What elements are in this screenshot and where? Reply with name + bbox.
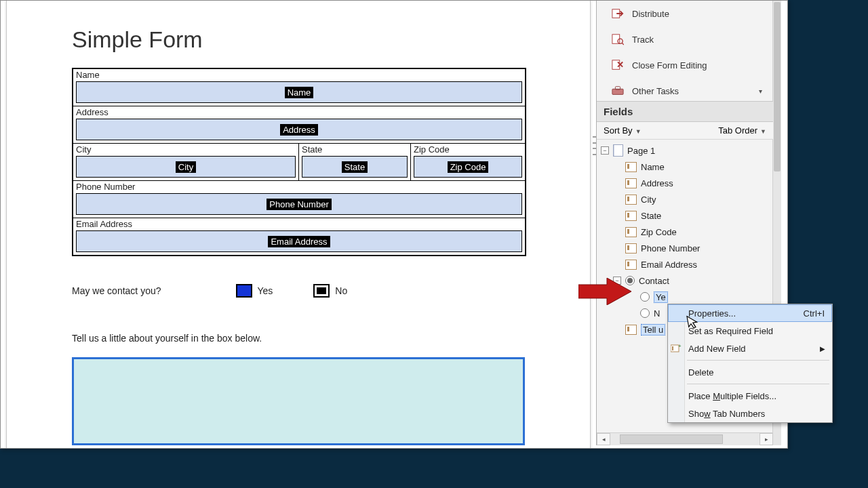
form-fields-table: Name Name Address Address: [72, 68, 526, 256]
radio-no-label: No: [335, 285, 347, 296]
label-address: Address: [73, 106, 525, 117]
document-area: Simple Form Name Name Address Address: [1, 1, 596, 448]
label-name: Name: [73, 69, 525, 80]
svg-line-3: [622, 43, 624, 45]
task-close-label: Close Form Editing: [632, 60, 707, 70]
scroll-right-button[interactable]: ▸: [760, 433, 773, 445]
radio-icon: [640, 308, 650, 318]
add-field-icon: +: [671, 344, 682, 353]
field-email[interactable]: Email Address: [76, 230, 522, 252]
tree-field-state[interactable]: State: [601, 207, 773, 224]
textfield-icon: [625, 260, 637, 270]
label-zip: Zip Code: [411, 144, 525, 155]
tree-field-phone[interactable]: Phone Number: [601, 240, 773, 256]
tree-field-zip[interactable]: Zip Code: [601, 224, 773, 240]
ctx-separator: [687, 360, 829, 361]
task-other-label: Other Tasks: [632, 86, 679, 96]
task-distribute[interactable]: Distribute: [597, 1, 773, 26]
svg-rect-11: [672, 346, 673, 350]
tag-state: State: [342, 161, 368, 173]
tree-page-label: Page 1: [627, 146, 655, 156]
ctx-add-new-field[interactable]: + Add New Field ▶: [668, 340, 832, 357]
distribute-icon: [612, 7, 624, 20]
ctx-separator: [687, 384, 829, 384]
contact-question: May we contact you?: [72, 285, 161, 296]
svg-marker-9: [578, 278, 631, 305]
form-title: Simple Form: [72, 26, 203, 53]
task-other[interactable]: Other Tasks ▾: [597, 78, 773, 104]
tag-address: Address: [280, 124, 318, 136]
tab-order-button[interactable]: Tab Order▼: [718, 125, 766, 136]
toolbox-icon: [612, 85, 624, 97]
textfield-icon: [625, 243, 637, 253]
svg-text:+: +: [678, 344, 682, 349]
ctx-place-multiple[interactable]: Place Multiple Fields...: [668, 387, 832, 405]
form-page: Simple Form Name Name Address Address: [6, 1, 591, 448]
tree-field-email[interactable]: Email Address: [601, 256, 773, 272]
tag-name: Name: [285, 87, 314, 98]
radio-no-box: [313, 284, 330, 298]
fields-hscrollbar[interactable]: ◂ ▸: [597, 432, 773, 445]
field-zip[interactable]: Zip Code: [414, 156, 522, 178]
tree-radio-yes-label: Ye: [654, 291, 668, 303]
task-close-form-editing[interactable]: Close Form Editing: [597, 52, 773, 78]
page-icon: [613, 144, 623, 157]
task-distribute-label: Distribute: [632, 9, 669, 19]
scroll-left-button[interactable]: ◂: [597, 433, 610, 445]
field-name[interactable]: Name: [76, 81, 522, 103]
textfield-icon: [625, 325, 637, 335]
field-state[interactable]: State: [302, 156, 408, 178]
textfield-icon: [625, 227, 637, 237]
label-city: City: [73, 144, 298, 155]
field-city[interactable]: City: [76, 156, 296, 178]
textfield-icon: [625, 162, 637, 172]
textfield-icon: [625, 178, 637, 188]
radio-yes-label: Yes: [258, 285, 273, 296]
field-address[interactable]: Address: [76, 119, 522, 140]
ctx-show-tab-numbers[interactable]: Show Tab Numbers: [668, 405, 832, 422]
textfield-icon: [625, 211, 637, 221]
textfield-icon: [625, 195, 637, 205]
chevron-down-icon: ▾: [759, 87, 762, 95]
about-textarea[interactable]: [72, 357, 525, 445]
tree-field-name[interactable]: Name: [601, 159, 773, 175]
label-phone: Phone Number: [73, 181, 525, 192]
tree-page[interactable]: − Page 1: [601, 142, 773, 159]
collapse-icon[interactable]: −: [601, 146, 609, 155]
contact-question-row: May we contact you? Yes No: [72, 284, 529, 298]
ctx-properties-shortcut: Ctrl+I: [804, 308, 825, 319]
close-editing-icon: [612, 59, 624, 71]
tell-us-label: Tell us a little about yourself in the b…: [72, 333, 262, 344]
sort-by-button[interactable]: Sort By▼: [604, 125, 642, 136]
radio-yes-box: [236, 284, 252, 298]
track-icon: [612, 33, 624, 45]
label-email: Email Address: [73, 218, 525, 229]
tag-email: Email Address: [268, 236, 330, 247]
tag-city: City: [176, 161, 196, 173]
annotation-arrow: [578, 278, 631, 305]
svg-rect-4: [612, 60, 620, 70]
task-track-label: Track: [632, 35, 654, 45]
tag-phone: Phone Number: [267, 199, 331, 210]
radio-no[interactable]: No: [313, 284, 347, 298]
submenu-arrow-icon: ▶: [820, 345, 825, 352]
tree-field-address[interactable]: Address: [601, 175, 773, 191]
fields-section-header[interactable]: Fields: [597, 101, 773, 122]
field-phone[interactable]: Phone Number: [76, 193, 522, 215]
fields-sort-bar: Sort By▼ Tab Order▼: [597, 122, 773, 140]
radio-icon: [640, 292, 650, 302]
tag-zip: Zip Code: [448, 161, 489, 173]
ctx-delete[interactable]: Delete: [668, 363, 832, 381]
radio-yes[interactable]: Yes: [236, 284, 273, 298]
tree-field-city[interactable]: City: [601, 191, 773, 207]
label-state: State: [299, 144, 410, 155]
task-track[interactable]: Track: [597, 26, 773, 52]
